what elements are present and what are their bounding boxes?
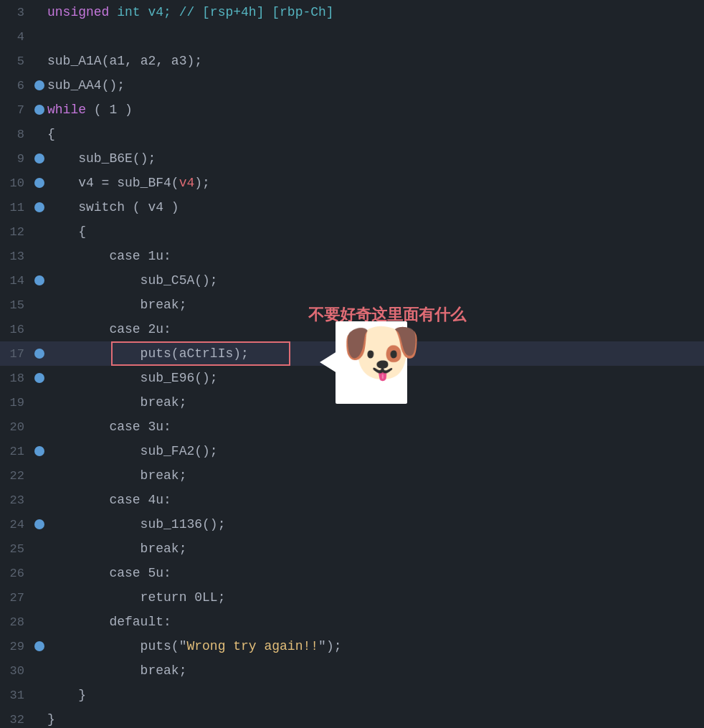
- line-number: 28: [0, 615, 34, 629]
- code-line: 4: [0, 24, 704, 49]
- line-number: 13: [0, 250, 34, 263]
- line-number: 8: [0, 128, 34, 141]
- breakpoint-indicator: [34, 105, 44, 115]
- line-number: 11: [0, 201, 34, 214]
- line-number: 32: [0, 713, 34, 727]
- code-line: 22 break;: [0, 463, 704, 488]
- line-number: 10: [0, 176, 34, 190]
- code-text: sub_FA2();: [47, 439, 218, 463]
- code-line: 15 break;: [0, 293, 704, 317]
- line-number: 18: [0, 372, 34, 385]
- code-line: 23 case 4u:: [0, 488, 704, 512]
- code-text: sub_B6E();: [47, 146, 156, 171]
- line-number: 15: [0, 298, 34, 312]
- code-line: 19 break;: [0, 390, 704, 415]
- code-text: break;: [47, 536, 186, 561]
- code-editor: 3unsigned int v4; // [rsp+4h] [rbp-Ch]45…: [0, 0, 704, 728]
- code-text: case 1u:: [47, 244, 171, 268]
- line-number: 12: [0, 225, 34, 239]
- code-text: case 5u:: [47, 561, 171, 585]
- code-text: unsigned int v4; // [rsp+4h] [rbp-Ch]: [47, 0, 334, 24]
- code-line: 6sub_AA4();: [0, 73, 704, 98]
- line-number: 30: [0, 664, 34, 678]
- line-number: 3: [0, 6, 34, 19]
- line-number: 7: [0, 103, 34, 117]
- code-text: switch ( v4 ): [47, 195, 179, 219]
- code-line: 20 case 3u:: [0, 415, 704, 439]
- code-line: 12 {: [0, 219, 704, 244]
- code-text: break;: [47, 390, 186, 415]
- code-text: {: [47, 122, 55, 146]
- code-line: 9 sub_B6E();: [0, 146, 704, 171]
- code-text: sub_E96();: [47, 366, 218, 390]
- code-line: 24 sub_1136();: [0, 512, 704, 536]
- breakpoint-indicator: [34, 275, 44, 285]
- line-number: 25: [0, 542, 34, 556]
- breakpoint-indicator: [34, 349, 44, 359]
- line-number: 20: [0, 420, 34, 434]
- code-line: 32}: [0, 707, 704, 728]
- line-number: 5: [0, 55, 34, 68]
- code-line: 13 case 1u:: [0, 244, 704, 268]
- line-number: 29: [0, 640, 34, 653]
- breakpoint-indicator: [34, 641, 44, 651]
- line-number: 27: [0, 591, 34, 605]
- code-line: 11 switch ( v4 ): [0, 195, 704, 219]
- code-line: 14 sub_C5A();: [0, 268, 704, 293]
- code-line: 18 sub_E96();: [0, 366, 704, 390]
- breakpoint-indicator: [34, 202, 44, 212]
- line-number: 9: [0, 152, 34, 166]
- line-number: 17: [0, 347, 34, 361]
- code-text: break;: [47, 293, 186, 317]
- line-number: 21: [0, 445, 34, 458]
- code-text: return 0LL;: [47, 585, 225, 610]
- line-number: 6: [0, 79, 34, 93]
- breakpoint-indicator: [34, 178, 44, 188]
- line-number: 26: [0, 567, 34, 580]
- code-line: 30 break;: [0, 658, 704, 683]
- code-text: }: [47, 707, 55, 728]
- code-text: default:: [47, 610, 171, 634]
- code-line: 7while ( 1 ): [0, 98, 704, 122]
- breakpoint-indicator: [34, 153, 44, 164]
- code-text: puts("Wrong try again!!");: [47, 634, 341, 658]
- breakpoint-indicator: [34, 80, 44, 90]
- code-text: sub_C5A();: [47, 268, 218, 293]
- code-text: sub_AA4();: [47, 73, 125, 98]
- code-text: break;: [47, 658, 186, 683]
- line-number: 16: [0, 323, 34, 336]
- line-number: 23: [0, 493, 34, 507]
- line-number: 19: [0, 396, 34, 410]
- code-line: 29 puts("Wrong try again!!");: [0, 634, 704, 658]
- code-line: 5sub_A1A(a1, a2, a3);: [0, 49, 704, 73]
- code-text: {: [47, 219, 86, 244]
- line-number: 22: [0, 469, 34, 483]
- code-text: sub_A1A(a1, a2, a3);: [47, 49, 202, 73]
- code-line: 8{: [0, 122, 704, 146]
- code-line: 28 default:: [0, 610, 704, 634]
- code-text: while ( 1 ): [47, 98, 133, 122]
- code-text: case 2u:: [47, 317, 171, 341]
- code-text: sub_1136();: [47, 512, 225, 536]
- code-line: 17 puts(aCtrlIs);: [0, 341, 704, 366]
- code-line: 26 case 5u:: [0, 561, 704, 585]
- breakpoint-indicator: [34, 519, 44, 529]
- code-line: 31 }: [0, 683, 704, 707]
- code-line: 25 break;: [0, 536, 704, 561]
- line-number: 31: [0, 689, 34, 702]
- code-text: v4 = sub_BF4(v4);: [47, 171, 210, 195]
- code-line: 16 case 2u:: [0, 317, 704, 341]
- code-text: case 3u:: [47, 415, 171, 439]
- line-number: 4: [0, 30, 34, 44]
- code-text: }: [47, 683, 86, 707]
- code-line: 10 v4 = sub_BF4(v4);: [0, 171, 704, 195]
- breakpoint-indicator: [34, 373, 44, 383]
- code-line: 21 sub_FA2();: [0, 439, 704, 463]
- code-text: puts(aCtrlIs);: [47, 341, 249, 366]
- breakpoint-indicator: [34, 446, 44, 456]
- line-number: 24: [0, 518, 34, 531]
- code-line: 27 return 0LL;: [0, 585, 704, 610]
- code-line: 3unsigned int v4; // [rsp+4h] [rbp-Ch]: [0, 0, 704, 24]
- code-text: case 4u:: [47, 488, 171, 512]
- line-number: 14: [0, 274, 34, 288]
